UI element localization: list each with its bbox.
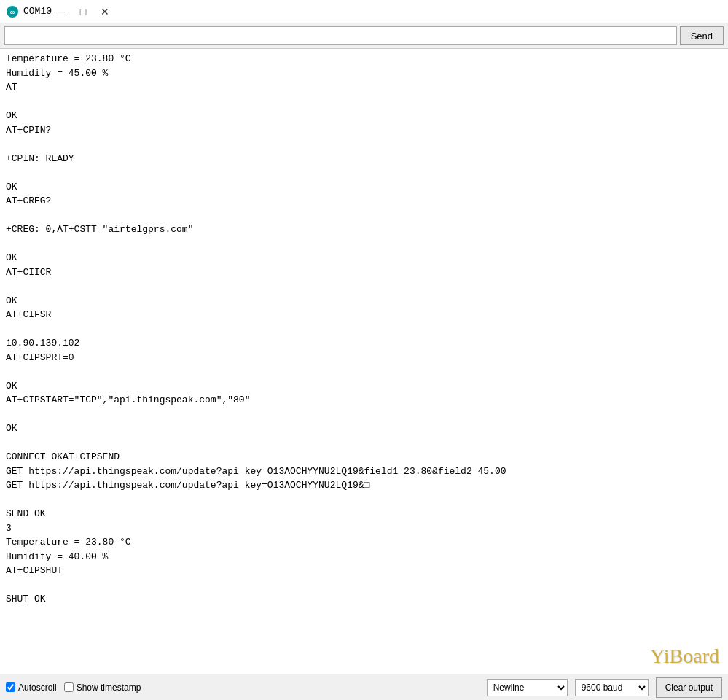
send-button[interactable]: Send bbox=[680, 26, 724, 45]
svg-text:∞: ∞ bbox=[10, 9, 15, 17]
minimize-button[interactable]: ─ bbox=[52, 4, 71, 20]
serial-input[interactable] bbox=[4, 26, 677, 45]
baud-select[interactable]: 300 baud1200 baud2400 baud4800 baud9600 … bbox=[575, 679, 649, 696]
window-controls: ─ □ ✕ bbox=[52, 4, 114, 20]
maximize-button[interactable]: □ bbox=[74, 4, 93, 20]
arduino-icon: ∞ bbox=[6, 5, 19, 18]
clear-output-button[interactable]: Clear output bbox=[656, 677, 722, 698]
show-timestamp-text: Show timestamp bbox=[77, 682, 141, 693]
autoscroll-text: Autoscroll bbox=[18, 682, 57, 693]
output-text: Temperature = 23.80 °C Humidity = 45.00 … bbox=[6, 52, 722, 607]
close-button[interactable]: ✕ bbox=[95, 4, 114, 20]
window-title: COM10 bbox=[23, 6, 52, 17]
watermark-text: YiBoard bbox=[650, 645, 719, 667]
newline-select[interactable]: No line endingNewlineCarriage returnBoth… bbox=[487, 679, 568, 696]
output-container[interactable]: Temperature = 23.80 °C Humidity = 45.00 … bbox=[0, 49, 728, 674]
input-bar: Send bbox=[0, 23, 728, 49]
autoscroll-checkbox[interactable] bbox=[6, 682, 15, 692]
autoscroll-label[interactable]: Autoscroll bbox=[6, 682, 57, 693]
watermark: YiBoard bbox=[650, 645, 719, 668]
show-timestamp-checkbox[interactable] bbox=[64, 682, 74, 692]
statusbar: Autoscroll Show timestamp No line ending… bbox=[0, 674, 728, 700]
titlebar: ∞ COM10 ─ □ ✕ bbox=[0, 0, 728, 23]
show-timestamp-label[interactable]: Show timestamp bbox=[64, 682, 141, 693]
